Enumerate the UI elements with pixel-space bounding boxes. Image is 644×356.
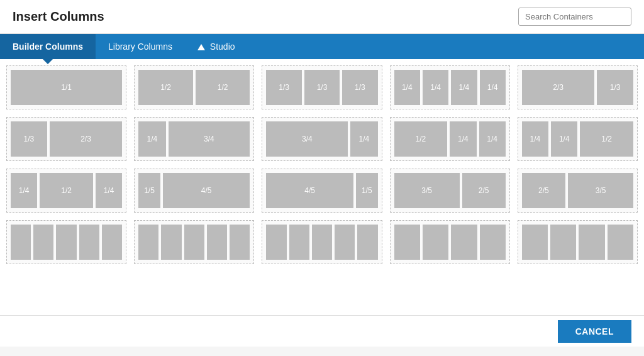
col-block <box>230 225 250 260</box>
col-block: 2/5 <box>522 173 565 208</box>
col-block: 1/3 <box>597 70 633 105</box>
tab-library-columns[interactable]: Library Columns <box>96 34 185 59</box>
col-block: 1/3 <box>304 70 340 105</box>
col-block: 1/2 <box>394 121 448 157</box>
page-title: Insert Columns <box>13 9 104 24</box>
column-option-0-1[interactable]: 1/21/2 <box>134 65 254 109</box>
col-block: 1/5 <box>356 173 378 208</box>
column-option-2-0[interactable]: 1/41/21/4 <box>6 169 126 213</box>
column-option-3-1[interactable] <box>134 220 254 264</box>
col-block: 1/4 <box>394 70 420 105</box>
col-block: 1/4 <box>138 121 165 157</box>
col-block: 4/5 <box>163 173 250 208</box>
col-block: 1/4 <box>479 121 506 157</box>
col-block <box>335 225 355 260</box>
studio-icon <box>197 44 205 50</box>
content-area: 1/11/21/21/31/31/31/41/41/41/42/31/31/32… <box>0 59 644 315</box>
layout-row-2: 1/41/21/41/54/54/51/53/52/52/53/5 <box>6 169 638 213</box>
col-block: 2/3 <box>50 121 122 157</box>
col-block: 3/4 <box>266 121 348 157</box>
cancel-button[interactable]: CANCEL <box>558 320 631 343</box>
col-block: 1/2 <box>580 121 633 157</box>
col-block <box>56 225 76 260</box>
tab-studio-label: Studio <box>210 42 235 52</box>
col-block: 4/5 <box>266 173 353 208</box>
col-block: 1/5 <box>138 173 160 208</box>
column-option-1-2[interactable]: 3/41/4 <box>262 117 382 161</box>
col-block <box>207 225 227 260</box>
column-option-2-3[interactable]: 3/52/5 <box>390 169 510 213</box>
col-block <box>11 225 31 260</box>
col-block: 2/3 <box>522 70 594 105</box>
column-option-0-4[interactable]: 2/31/3 <box>518 65 638 109</box>
col-block: 1/4 <box>480 70 506 105</box>
layout-row-3 <box>6 220 638 264</box>
col-block: 1/4 <box>450 121 476 157</box>
column-option-1-0[interactable]: 1/32/3 <box>6 117 126 161</box>
col-block: 3/4 <box>169 121 250 157</box>
col-block: 1/4 <box>350 121 377 157</box>
column-option-2-1[interactable]: 1/54/5 <box>134 169 254 213</box>
column-option-0-3[interactable]: 1/41/41/41/4 <box>390 65 510 109</box>
col-block <box>33 225 53 260</box>
col-block <box>184 225 204 260</box>
tab-studio[interactable]: Studio <box>185 34 248 59</box>
col-block <box>79 225 99 260</box>
column-option-1-4[interactable]: 1/41/41/2 <box>518 117 638 161</box>
col-block <box>161 225 181 260</box>
col-block: 1/4 <box>451 70 477 105</box>
col-block <box>102 225 122 260</box>
column-option-2-4[interactable]: 2/53/5 <box>518 169 638 213</box>
col-block: 1/2 <box>196 70 250 105</box>
column-option-3-2[interactable] <box>262 220 382 264</box>
col-block: 1/4 <box>11 173 37 208</box>
layout-row-1: 1/32/31/43/43/41/41/21/41/41/41/41/2 <box>6 117 638 161</box>
header: Insert Columns <box>0 0 644 34</box>
search-input[interactable] <box>518 8 631 26</box>
col-block <box>550 225 576 260</box>
col-block <box>451 225 477 260</box>
column-option-3-0[interactable] <box>6 220 126 264</box>
column-option-1-3[interactable]: 1/21/41/4 <box>390 117 510 161</box>
col-block <box>289 225 309 260</box>
col-block <box>579 225 604 260</box>
col-block: 1/2 <box>138 70 193 105</box>
column-option-1-1[interactable]: 1/43/4 <box>134 117 254 161</box>
col-block <box>423 225 448 260</box>
tabs-bar: Builder Columns Library Columns Studio <box>0 34 644 59</box>
column-option-3-4[interactable] <box>518 220 638 264</box>
col-block: 1/2 <box>40 173 93 208</box>
tab-builder-label: Builder Columns <box>13 42 83 52</box>
column-option-0-0[interactable]: 1/1 <box>6 65 126 109</box>
col-block: 1/4 <box>423 70 448 105</box>
tab-library-label: Library Columns <box>108 42 172 52</box>
col-block <box>138 225 158 260</box>
col-block: 3/5 <box>394 173 460 208</box>
col-block: 1/3 <box>266 70 301 105</box>
footer: CANCEL <box>0 315 644 347</box>
col-block: 1/4 <box>551 121 577 157</box>
col-block <box>608 225 633 260</box>
col-block <box>480 225 506 260</box>
column-option-2-2[interactable]: 4/51/5 <box>262 169 382 213</box>
col-block: 1/3 <box>342 70 377 105</box>
col-block <box>357 225 377 260</box>
col-block <box>394 225 420 260</box>
col-block <box>312 225 332 260</box>
col-block <box>266 225 286 260</box>
col-block: 3/5 <box>568 173 633 208</box>
col-block: 2/5 <box>462 173 506 208</box>
col-block: 1/4 <box>96 173 122 208</box>
col-block: 1/1 <box>11 70 122 105</box>
layout-row-0: 1/11/21/21/31/31/31/41/41/41/42/31/3 <box>6 65 638 109</box>
tab-builder-columns[interactable]: Builder Columns <box>0 34 96 59</box>
col-block: 1/3 <box>11 121 47 157</box>
col-block <box>522 225 548 260</box>
column-option-0-2[interactable]: 1/31/31/3 <box>262 65 382 109</box>
column-option-3-3[interactable] <box>390 220 510 264</box>
col-block: 1/4 <box>522 121 548 157</box>
